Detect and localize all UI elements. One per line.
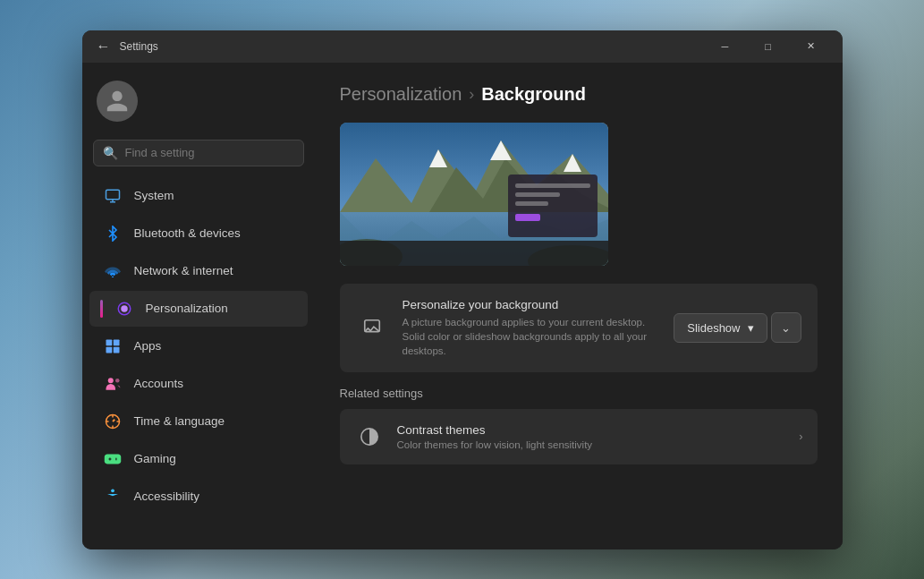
svg-point-10 — [111, 489, 114, 492]
expand-chevron-icon: ⌄ — [781, 321, 791, 335]
svg-rect-3 — [106, 339, 112, 345]
sidebar-item-label: Apps — [134, 339, 162, 353]
sidebar-item-label: Gaming — [134, 452, 176, 465]
maximize-button[interactable]: □ — [748, 30, 789, 63]
sidebar-item-label: Time & language — [134, 414, 225, 428]
personalize-control: Slideshow ▾ ⌄ — [674, 312, 801, 343]
network-icon — [104, 262, 122, 280]
dropdown-chevron-icon: ▾ — [748, 321, 754, 335]
accounts-icon — [104, 375, 122, 393]
preview-button — [515, 214, 540, 221]
personalize-row: Personalize your background A picture ba… — [356, 298, 801, 358]
preview-line-2 — [515, 192, 560, 197]
user-section — [82, 73, 315, 136]
contrast-themes-title: Contrast themes — [397, 423, 787, 437]
sidebar-item-label: Personalization — [146, 302, 228, 315]
sidebar-item-gaming[interactable]: Gaming — [89, 441, 308, 477]
preview-overlay-window — [508, 175, 598, 237]
preview-line-1 — [515, 183, 590, 188]
svg-rect-4 — [113, 339, 119, 345]
breadcrumb-parent[interactable]: Personalization — [340, 84, 462, 105]
titlebar-buttons: ─ □ ✕ — [705, 30, 832, 63]
sidebar-item-system[interactable]: System — [89, 178, 308, 214]
window-title: Settings — [120, 40, 158, 53]
sidebar-item-label: Accessibility — [134, 490, 200, 503]
time-icon — [104, 413, 122, 430]
related-settings-title: Related settings — [340, 387, 818, 400]
related-settings-section: Related settings Contrast themes Color t… — [340, 387, 818, 464]
contrast-themes-text: Contrast themes Color themes for low vis… — [397, 423, 787, 450]
personalize-desc: A picture background applies to your cur… — [403, 315, 660, 358]
titlebar-left: ← Settings — [97, 38, 158, 55]
contrast-themes-card[interactable]: Contrast themes Color themes for low vis… — [340, 409, 818, 464]
close-button[interactable]: ✕ — [791, 30, 832, 63]
personalization-icon — [115, 300, 133, 318]
sidebar-item-personalization[interactable]: Personalization — [89, 291, 308, 327]
breadcrumb-separator: › — [469, 85, 474, 104]
bluetooth-icon — [104, 225, 122, 243]
accessibility-icon — [104, 488, 122, 506]
preview-taskbar — [340, 241, 608, 266]
apps-icon — [104, 337, 122, 355]
sidebar-item-label: Accounts — [134, 377, 184, 390]
personalize-icon — [356, 311, 388, 344]
sidebar-item-bluetooth[interactable]: Bluetooth & devices — [89, 216, 308, 251]
dropdown-value: Slideshow — [687, 321, 740, 335]
related-chevron-icon: › — [799, 430, 802, 443]
sidebar-item-label: Bluetooth & devices — [134, 226, 241, 240]
gaming-icon — [104, 450, 122, 468]
preview-line-3 — [515, 201, 549, 206]
titlebar: ← Settings ─ □ ✕ — [82, 30, 843, 63]
svg-point-2 — [121, 305, 128, 312]
active-indicator — [100, 300, 103, 318]
search-box[interactable]: 🔍 — [93, 140, 304, 166]
content-area: 🔍 System Bluetooth & devices — [82, 63, 843, 549]
svg-point-1 — [111, 276, 113, 277]
sidebar-item-time[interactable]: Time & language — [89, 404, 308, 439]
personalize-text: Personalize your background A picture ba… — [403, 298, 660, 358]
system-icon — [104, 187, 122, 205]
svg-rect-0 — [106, 190, 119, 200]
sidebar-item-apps[interactable]: Apps — [89, 328, 308, 364]
breadcrumb-current: Background — [481, 84, 586, 105]
sidebar-item-label: System — [134, 189, 174, 202]
minimize-button[interactable]: ─ — [705, 30, 746, 63]
background-preview — [340, 123, 608, 266]
contrast-themes-icon — [354, 421, 385, 452]
svg-rect-5 — [106, 346, 112, 353]
sidebar: 🔍 System Bluetooth & devices — [82, 63, 315, 549]
settings-window: ← Settings ─ □ ✕ 🔍 — [82, 30, 843, 549]
breadcrumb: Personalization › Background — [340, 84, 818, 105]
main-content: Personalization › Background — [315, 63, 843, 549]
background-type-dropdown[interactable]: Slideshow ▾ — [674, 313, 767, 343]
expand-button[interactable]: ⌄ — [771, 312, 801, 343]
personalize-title: Personalize your background — [403, 298, 660, 311]
back-button[interactable]: ← — [97, 38, 111, 55]
sidebar-item-network[interactable]: Network & internet — [89, 253, 308, 289]
svg-point-7 — [107, 378, 113, 383]
search-icon: 🔍 — [103, 146, 118, 160]
personalize-section: Personalize your background A picture ba… — [340, 284, 818, 372]
svg-rect-6 — [113, 346, 119, 353]
svg-point-8 — [115, 379, 120, 383]
sidebar-item-label: Network & internet — [134, 264, 233, 277]
search-input[interactable] — [125, 146, 294, 159]
avatar[interactable] — [97, 81, 138, 122]
sidebar-item-accessibility[interactable]: Accessibility — [89, 479, 308, 515]
contrast-themes-desc: Color themes for low vision, light sensi… — [397, 439, 787, 450]
sidebar-item-accounts[interactable]: Accounts — [89, 366, 308, 402]
